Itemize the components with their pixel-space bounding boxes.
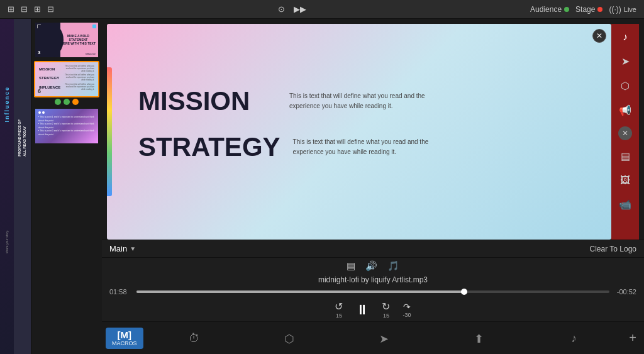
add-tab-button[interactable]: +	[621, 331, 644, 345]
video-icon[interactable]: 📹	[616, 196, 634, 213]
progress-bar[interactable]	[136, 290, 609, 293]
props-tab[interactable]: ⬆	[431, 328, 526, 348]
play-icon[interactable]: ▶▶	[294, 4, 306, 14]
slide-6-number: 6	[38, 88, 41, 94]
slide-6-word-1: MISSION	[39, 67, 55, 71]
preview-slide: MISSION This is text that will define wh…	[107, 24, 611, 240]
slide-6-desc-2: This is text that will define what you r…	[64, 74, 94, 82]
rewind-container[interactable]: ↺ 15	[335, 301, 343, 319]
nav-dot-2[interactable]	[64, 99, 70, 105]
s5-dot-1	[38, 111, 41, 114]
timer-tab[interactable]: ⏱	[147, 328, 242, 348]
macros-tab[interactable]: [M] MACROS	[106, 328, 143, 349]
slide-3-top-indicator	[92, 25, 96, 28]
slide-3-bg: MAKE A BOLD STATEMENTHERE WITH THIS TEXT…	[35, 23, 98, 57]
slides-icon[interactable]: ⊟	[21, 4, 28, 14]
slide-6-row-2: STRATEGY This is text that will define w…	[39, 74, 94, 82]
rewind-label: 15	[336, 313, 342, 319]
main-label[interactable]: Main ▼	[109, 244, 136, 253]
profound-text: PROFOUND PIECE OFALL READ TODAY	[18, 119, 27, 157]
slide-6-desc-1: This is text that will define what you r…	[64, 65, 94, 73]
grid-icon[interactable]: ⊞	[34, 4, 41, 14]
rewind-button[interactable]: ↺	[335, 301, 343, 313]
skip-end-container[interactable]: ↷ -30	[402, 302, 411, 318]
audience-dot	[564, 7, 569, 12]
right-panel: MISSION This is text that will define wh…	[102, 19, 644, 354]
forward-container[interactable]: ↻ 15	[382, 301, 390, 319]
left-text-slide: PROFOUND PIECE OFALL READ TODAY	[14, 19, 31, 354]
slide-6-bg: MISSION This is text that will define wh…	[35, 62, 98, 97]
layers-tab[interactable]: ⬡	[242, 328, 336, 348]
main-content: Influence share your story. PROFOUND PIE…	[0, 19, 644, 354]
record-icon[interactable]: ⊙	[278, 4, 285, 14]
preview-word-1: MISSION	[138, 86, 277, 116]
slide-3-corner	[37, 25, 41, 28]
progress-container: 01:58 -00:52	[102, 285, 644, 298]
send-tab[interactable]: ➤	[336, 328, 431, 348]
preview-word-2: STRATEGY	[138, 132, 280, 162]
slide-6-word-2: STRATEGY	[39, 76, 59, 80]
slide-3-brand: Influence	[86, 52, 96, 55]
preview-desc-2: This is text that will define what you r…	[293, 137, 431, 157]
macros-label: MACROS	[112, 340, 137, 346]
preview-desc-1: This is text that will define what you r…	[289, 91, 428, 111]
time-remaining: -00:52	[614, 288, 636, 296]
slide-3-title-text: MAKE A BOLD STATEMENTHERE WITH THIS TEXT	[61, 34, 96, 45]
left-panel: Influence share your story. PROFOUND PIE…	[0, 19, 102, 354]
progress-fill	[136, 290, 467, 293]
tab-bar: [M] MACROS ⏱ ⬡ ➤ ⬆ ♪ +	[102, 321, 644, 354]
slide-nav-dots	[34, 99, 99, 105]
slide-7-dots	[38, 111, 95, 114]
media-screen-icon[interactable]: ▤	[347, 260, 355, 272]
left-partial-slide: Influence share your story.	[0, 19, 14, 354]
media-icons-row: ▤ 🔊 🎵	[102, 258, 644, 274]
clear-to-logo-button[interactable]: Clear To Logo	[590, 245, 637, 253]
toolbar-right: Audience Stage ((·)) Live	[530, 5, 636, 14]
close-preview-button[interactable]: ✕	[592, 29, 606, 43]
stage-dot	[597, 7, 602, 12]
send-icon[interactable]: ➤	[619, 53, 632, 70]
wifi-icon: ((·))	[609, 5, 621, 14]
music-icon[interactable]: ♪	[620, 29, 630, 45]
timer-icon: ⏱	[189, 332, 200, 345]
slide-6-frame[interactable]: MISSION This is text that will define wh…	[34, 61, 99, 98]
top-toolbar: ⊞ ⊟ ⊞ ⊟ ⊙ ▶▶ Audience Stage ((·)) Live	[0, 0, 644, 19]
main-text: Main	[109, 244, 127, 253]
slide-thumb-6[interactable]: MISSION This is text that will define wh…	[34, 61, 99, 106]
slide-7-frame[interactable]: • This is point 1 and it's important to …	[34, 108, 99, 145]
close-icon[interactable]: ✕	[618, 126, 632, 140]
nav-dot-1[interactable]	[55, 99, 61, 105]
slide-thumb-3[interactable]: MAKE A BOLD STATEMENTHERE WITH THIS TEXT…	[34, 21, 99, 58]
progress-handle[interactable]	[461, 289, 467, 295]
preview-area: MISSION This is text that will define wh…	[102, 19, 644, 240]
media-volume-icon[interactable]: 🔊	[365, 260, 377, 272]
slide-thumb-7[interactable]: • This is point 1 and it's important to …	[34, 108, 99, 145]
slide-3-frame[interactable]: MAKE A BOLD STATEMENTHERE WITH THIS TEXT…	[34, 21, 99, 58]
right-icons-panel: ♪ ➤ ⬡ 📢 ✕ ▤ 🖼 📹	[611, 24, 639, 240]
slide-6-row-1: MISSION This is text that will define wh…	[39, 65, 94, 73]
slide-6-word-3: INFLUENCE	[39, 86, 60, 89]
music-tab[interactable]: ♪	[526, 328, 621, 348]
megaphone-icon[interactable]: 📢	[616, 102, 634, 119]
send-tab-icon: ➤	[379, 332, 389, 346]
stage-label: Stage	[575, 5, 595, 14]
audience-label: Audience	[530, 5, 562, 14]
forward-button[interactable]: ↻	[382, 301, 390, 313]
skip-end-button[interactable]: ↷	[403, 302, 411, 312]
image-icon[interactable]: 🖼	[618, 172, 633, 189]
document-icon[interactable]: ▤	[618, 148, 633, 165]
left-edge-title: Influence	[4, 86, 10, 123]
main-preview: MISSION This is text that will define wh…	[107, 24, 611, 240]
nav-dot-3[interactable]	[72, 99, 79, 105]
bottom-controls: Main ▼ Clear To Logo ▤ 🔊 🎵 midnight-lofi…	[102, 240, 644, 354]
chevron-icon: ▼	[130, 245, 136, 252]
broadcast-icon[interactable]: ⊞	[8, 4, 14, 14]
slide-6-row-3: INFLUENCE This is text that will define …	[39, 84, 94, 91]
skip-end-label: -30	[402, 312, 411, 318]
macros-icon: [M]	[118, 330, 132, 340]
live-label: Live	[624, 6, 636, 13]
bible-icon[interactable]: ⊟	[47, 4, 54, 14]
layers-icon[interactable]: ⬡	[618, 77, 632, 94]
media-music-icon[interactable]: 🎵	[387, 260, 399, 272]
play-pause-button[interactable]: ⏸	[355, 302, 369, 318]
